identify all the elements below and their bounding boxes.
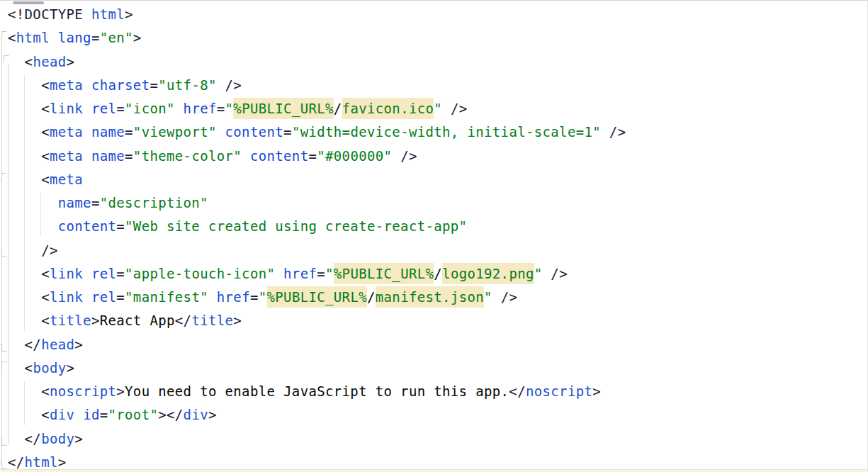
code-editor: <!DOCTYPE html><html lang="en"> <head> <…: [0, 0, 868, 472]
code-token-str: ": [259, 289, 267, 305]
code-token-pun: <: [8, 289, 50, 305]
code-token-attr: charset: [91, 77, 150, 93]
code-token-str: "description": [100, 195, 208, 210]
code-token-pun: =: [91, 30, 100, 45]
code-token-txt: /: [367, 289, 376, 305]
code-token-tag: link: [50, 289, 83, 305]
code-token-tag: meta: [50, 124, 83, 140]
code-token-pun: </: [8, 454, 25, 470]
code-token-str: "width=device-width, initial-scale=1": [292, 124, 601, 140]
code-line[interactable]: </head>: [8, 333, 626, 356]
code-line[interactable]: <meta: [8, 168, 626, 191]
code-token-pun: />: [217, 77, 242, 93]
code-token-pun: <: [8, 30, 16, 45]
code-token-str: "apple-touch-icon": [125, 266, 275, 281]
code-token-pun: >: [158, 407, 167, 422]
code-token-pun: =: [125, 148, 133, 164]
code-token-pun: [83, 148, 91, 164]
code-line[interactable]: <link rel="manifest" href="%PUBLIC_URL%/…: [8, 286, 626, 309]
code-token-pun: [275, 266, 283, 281]
code-token-pun: =: [283, 124, 292, 140]
code-area[interactable]: <!DOCTYPE html><html lang="en"> <head> <…: [0, 1, 626, 472]
code-token-pun: =: [150, 77, 158, 93]
code-token-pun: [83, 289, 91, 305]
code-token-attr: id: [83, 407, 100, 422]
code-line[interactable]: />: [8, 239, 626, 262]
code-token-pun: >: [67, 54, 75, 69]
code-token-pun: =: [116, 266, 125, 281]
code-token-str: ": [484, 289, 492, 305]
code-token-pun: />: [601, 124, 626, 140]
code-token-pun: <: [8, 101, 50, 116]
code-line[interactable]: <body>: [8, 356, 626, 380]
code-line[interactable]: <noscript>You need to enable JavaScript …: [8, 380, 626, 403]
code-line[interactable]: name="description": [8, 191, 626, 215]
code-token-tag: meta: [50, 77, 83, 93]
code-token-pun: <: [8, 77, 50, 93]
code-token-pun: </: [8, 337, 41, 352]
code-token-attr: name: [91, 124, 125, 140]
code-token-str: "root": [108, 407, 159, 422]
code-line[interactable]: <meta charset="utf-8" />: [8, 74, 626, 97]
code-token-pun: >: [116, 383, 125, 399]
code-token-str: ": [225, 101, 234, 116]
code-token-str: ": [434, 101, 442, 116]
code-token-tag: title: [50, 313, 91, 328]
code-token-attr: name: [58, 195, 91, 210]
code-token-str: "Web site created using create-react-app…: [125, 218, 467, 234]
code-line[interactable]: <div id="root"></div>: [8, 403, 626, 427]
code-line[interactable]: <head>: [8, 50, 626, 74]
code-token-tag: link: [50, 266, 83, 281]
code-token-tag: div: [184, 407, 208, 422]
code-token-str: ": [534, 266, 543, 281]
code-token-pun: =: [250, 289, 259, 305]
code-line[interactable]: <!DOCTYPE html>: [8, 3, 626, 26]
code-token-pun: [83, 77, 91, 93]
code-token-pun: />: [8, 242, 58, 258]
code-token-str: "utf-8": [158, 77, 217, 93]
code-token-tpl: logo192.png: [442, 263, 534, 284]
code-line[interactable]: <meta name="theme-color" content="#00000…: [8, 145, 626, 168]
code-token-pun: [74, 407, 83, 422]
code-line[interactable]: <title>React App</title>: [8, 309, 626, 332]
code-token-attr: content: [225, 124, 284, 140]
code-token-tag: html: [25, 454, 58, 470]
code-token-tag: title: [191, 313, 233, 328]
code-token-tag: meta: [50, 172, 83, 187]
code-line[interactable]: <meta name="viewport" content="width=dev…: [8, 120, 626, 144]
code-token-pun: [175, 101, 184, 116]
code-token-str: "icon": [125, 101, 175, 116]
code-token-pun: =: [116, 218, 125, 234]
code-token-pun: </: [167, 407, 184, 422]
code-line[interactable]: <link rel="apple-touch-icon" href="%PUBL…: [8, 262, 626, 286]
code-token-txt: /: [434, 266, 442, 281]
code-token-pun: <: [8, 407, 50, 422]
code-token-attr: name: [91, 148, 125, 164]
code-token-pun: =: [217, 101, 225, 116]
code-token-tpl: favicon.ico: [342, 98, 434, 119]
code-token-attr: lang: [58, 30, 91, 45]
code-token-pun: </: [8, 431, 41, 446]
code-token-pun: />: [543, 266, 568, 281]
code-token-attr: content: [250, 148, 309, 164]
code-token-pun: <: [8, 148, 50, 164]
code-token-pun: >: [74, 431, 83, 446]
code-token-attr: rel: [91, 266, 116, 281]
code-token-pun: <!DOCTYPE: [8, 6, 91, 22]
code-token-pun: >: [74, 337, 83, 352]
code-token-tag: head: [33, 54, 66, 69]
code-token-tpl: %PUBLIC_URL%: [334, 263, 434, 284]
code-line[interactable]: <link rel="icon" href="%PUBLIC_URL%/favi…: [8, 97, 626, 120]
code-token-pun: [8, 195, 58, 210]
code-token-pun: [83, 266, 91, 281]
code-token-pun: <: [8, 172, 50, 187]
code-line[interactable]: content="Web site created using create-r…: [8, 215, 626, 238]
code-line[interactable]: </body>: [8, 427, 626, 451]
code-token-pun: [217, 124, 225, 140]
bottom-panel-edge: [0, 469, 867, 472]
code-token-pun: [8, 218, 58, 234]
code-token-pun: =: [100, 407, 108, 422]
code-token-str: ": [325, 266, 334, 281]
code-token-str: "en": [100, 30, 133, 45]
code-line[interactable]: <html lang="en">: [8, 26, 626, 50]
